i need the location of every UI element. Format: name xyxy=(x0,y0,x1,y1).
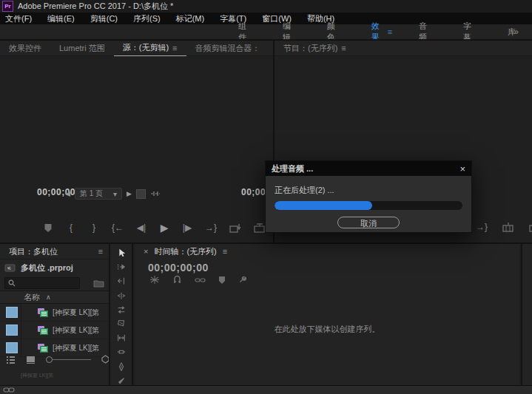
page-prev-icon[interactable]: ◀ xyxy=(65,190,70,197)
tab-lumetri-scopes[interactable]: Lumetri 范围 xyxy=(50,41,114,55)
progress-bar-fill xyxy=(275,201,372,210)
panel-menu-icon[interactable]: ≡ xyxy=(172,44,177,52)
project-panel-tabs: 项目：多机位 ≡ xyxy=(0,244,109,259)
menu-clip[interactable]: 剪辑(C) xyxy=(90,13,118,24)
tab-project[interactable]: 项目：多机位 xyxy=(0,244,67,259)
insert-icon[interactable] xyxy=(229,223,241,233)
list-view-icon[interactable] xyxy=(6,356,16,364)
extract-icon[interactable] xyxy=(529,223,532,232)
settings-icon[interactable] xyxy=(136,189,146,199)
goto-out-button[interactable]: →} xyxy=(476,222,488,232)
tab-timeline[interactable]: 时间轴：(无序列) xyxy=(154,244,216,259)
pen-tool-icon[interactable] xyxy=(116,362,127,371)
tab-audio-clip-mixer[interactable]: 音频剪辑混合器： xyxy=(186,41,269,55)
timeline-panel: × 时间轴：(无序列) ≡ 00;00;00;00 在此处放下媒 xyxy=(135,244,519,385)
nest-sequence-icon[interactable] xyxy=(149,275,160,285)
program-transport-controls: →} xyxy=(476,222,532,232)
status-bar xyxy=(0,385,532,394)
zoom-slider[interactable] xyxy=(46,356,91,363)
project-panel: 项目：多机位 ≡ 多机位 .prproj 名称 ∧ xyxy=(0,244,109,385)
timeline-drop-message: 在此处放下媒体以创建序列。 xyxy=(135,324,519,335)
dialog-title-bar: 处理音频 ... × xyxy=(266,161,471,176)
play-button[interactable]: ▶ xyxy=(159,222,169,234)
add-marker-icon[interactable] xyxy=(218,276,226,285)
source-page-control: ◀ 第 1 页 ▾ ▶ xyxy=(65,188,161,200)
tab-source-label: 源：(无剪辑) xyxy=(123,42,169,53)
list-header[interactable]: 名称 ∧ xyxy=(0,291,109,304)
workspace-tab-libraries[interactable]: 库 xyxy=(491,27,532,38)
zoom-slider-knob[interactable] xyxy=(46,356,53,363)
close-icon[interactable]: × xyxy=(459,163,465,174)
add-marker-icon[interactable] xyxy=(43,223,53,233)
slip-tool-icon[interactable] xyxy=(116,333,127,342)
clip-thumbnail xyxy=(6,307,18,318)
new-bin-icon[interactable] xyxy=(93,279,104,288)
project-search-row xyxy=(0,276,109,291)
workspace-overflow-icon[interactable]: » xyxy=(514,27,519,37)
panel-menu-icon[interactable]: ≡ xyxy=(98,247,103,256)
menu-marker[interactable]: 标记(M) xyxy=(176,13,205,24)
page-select-value: 第 1 页 xyxy=(80,188,103,199)
dialog-message: 正在后处理(2) ... xyxy=(275,185,462,196)
snap-magnet-icon[interactable] xyxy=(172,275,182,285)
panel-menu-icon[interactable]: ≡ xyxy=(341,44,346,52)
goto-out-button[interactable]: →} xyxy=(205,223,217,233)
timeline-panel-tabs: × 时间轴：(无序列) ≡ xyxy=(135,244,519,259)
workspace-bar: 组件 编辑 颜色 效果 ≡ 音频 字幕 库 » xyxy=(0,24,532,41)
slide-tool-icon[interactable] xyxy=(116,347,127,356)
linked-selection-icon[interactable] xyxy=(195,276,206,285)
ripple-edit-tool-icon[interactable] xyxy=(116,276,127,285)
project-item-row[interactable]: [神探夏 LK][第 xyxy=(0,322,109,339)
selection-tool-icon[interactable] xyxy=(116,248,127,257)
project-root-row[interactable]: 多机位 .prproj xyxy=(0,259,109,276)
tab-program-label: 节目：(无序列) xyxy=(283,43,337,54)
automate-to-sequence-icon[interactable] xyxy=(101,355,109,364)
page-select[interactable]: 第 1 页 ▾ xyxy=(75,188,122,200)
button-editor-icon[interactable] xyxy=(150,189,161,198)
dialog-title: 处理音频 ... xyxy=(272,163,313,174)
cancel-button[interactable]: 取消 xyxy=(337,217,400,228)
lift-icon[interactable] xyxy=(502,223,514,232)
project-home-icon xyxy=(4,263,16,272)
track-select-forward-tool-icon[interactable] xyxy=(116,262,127,271)
menu-file[interactable]: 文件(F) xyxy=(5,13,32,24)
mark-in-button[interactable]: { xyxy=(66,223,76,233)
premiere-logo-icon: Pr xyxy=(2,1,13,12)
clip-thumbnail xyxy=(6,325,18,336)
type-tool-icon[interactable] xyxy=(116,376,127,385)
overwrite-icon[interactable] xyxy=(254,223,266,233)
panel-menu-icon[interactable]: ≡ xyxy=(223,247,227,256)
step-forward-button[interactable]: |▶ xyxy=(182,223,192,233)
razor-tool-icon[interactable] xyxy=(116,319,127,328)
rolling-edit-tool-icon[interactable] xyxy=(116,291,127,300)
menu-edit[interactable]: 编辑(E) xyxy=(47,13,75,24)
zoom-slider-track xyxy=(53,359,91,360)
tab-program[interactable]: 节目：(无序列) ≡ xyxy=(275,41,355,55)
workspace-menu-icon[interactable]: ≡ xyxy=(388,27,392,36)
search-input[interactable] xyxy=(4,277,80,289)
timeline-toolbar xyxy=(149,275,519,285)
premiere-window: Pr Adobe Premiere Pro CC 2017 - D:\多机位 *… xyxy=(0,0,532,394)
clip-name: [神探夏 LK][第 xyxy=(53,325,99,336)
tab-effect-controls[interactable]: 效果控件 xyxy=(0,41,50,55)
multicam-clip-icon xyxy=(38,326,49,335)
name-column-header: 名称 xyxy=(24,292,40,303)
rate-stretch-tool-icon[interactable] xyxy=(116,305,127,314)
timeline-settings-wrench-icon[interactable] xyxy=(238,275,248,285)
tools-panel xyxy=(109,244,133,385)
goto-in-button[interactable]: {← xyxy=(112,223,124,233)
title-bar: Pr Adobe Premiere Pro CC 2017 - D:\多机位 * xyxy=(0,0,532,13)
timeline-timecode: 00;00;00;00 xyxy=(148,262,519,274)
clip-name: [神探夏 LK][第 xyxy=(53,308,99,318)
close-panel-icon[interactable]: × xyxy=(144,247,148,256)
tab-source[interactable]: 源：(无剪辑) ≡ xyxy=(114,41,186,56)
menu-sequence[interactable]: 序列(S) xyxy=(133,13,161,24)
step-back-button[interactable]: ◀| xyxy=(136,223,147,233)
page-next-icon[interactable]: ▶ xyxy=(127,190,132,197)
mark-out-button[interactable]: } xyxy=(89,223,99,233)
column-divider xyxy=(21,322,21,339)
project-item-row[interactable]: [神探夏 LK][第 xyxy=(0,304,109,322)
panel-divider[interactable] xyxy=(0,242,532,244)
chevron-down-icon: ▾ xyxy=(113,190,117,198)
icon-view-icon[interactable] xyxy=(26,356,36,364)
